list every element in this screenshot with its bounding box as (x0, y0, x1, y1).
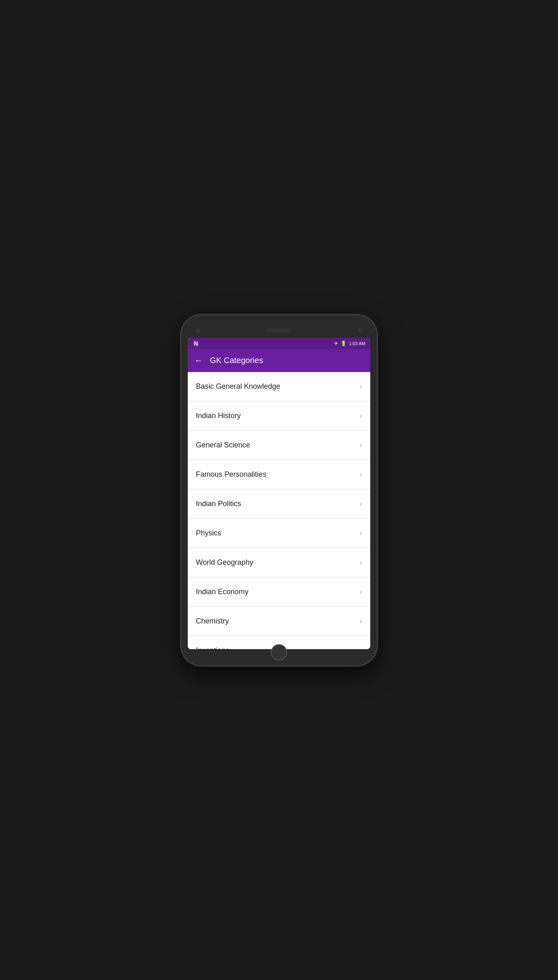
battery-icon: 🔋 (341, 341, 347, 346)
category-label-chemistry: Chemistry (196, 617, 229, 625)
category-label-inventions: Inventions (196, 646, 229, 649)
category-label-physics: Physics (196, 529, 221, 537)
chevron-icon-indian-history: › (360, 412, 362, 420)
status-time: 1:03 AM (349, 341, 365, 346)
airplane-icon: ✈ (334, 341, 338, 346)
category-label-famous-personalities: Famous Personalities (196, 470, 266, 479)
category-label-general-science: General Science (196, 441, 250, 449)
speaker (267, 328, 291, 333)
category-label-indian-politics: Indian Politics (196, 500, 241, 508)
chevron-icon-basic-gk: › (360, 382, 362, 391)
chevron-icon-famous-personalities: › (360, 470, 362, 479)
chevron-icon-world-geography: › (360, 558, 362, 567)
list-item-physics[interactable]: Physics› (188, 519, 370, 548)
chevron-icon-inventions: › (360, 646, 362, 649)
chevron-icon-indian-politics: › (360, 500, 362, 508)
chevron-icon-indian-economy: › (360, 588, 362, 596)
category-label-indian-economy: Indian Economy (196, 588, 248, 596)
status-right: ✈ 🔋 1:03 AM (334, 341, 365, 346)
front-camera (196, 328, 200, 333)
list-item-chemistry[interactable]: Chemistry› (188, 607, 370, 636)
list-item-basic-gk[interactable]: Basic General Knowledge› (188, 372, 370, 401)
list-item-general-science[interactable]: General Science› (188, 431, 370, 460)
list-item-indian-economy[interactable]: Indian Economy› (188, 577, 370, 607)
list-item-famous-personalities[interactable]: Famous Personalities› (188, 460, 370, 489)
list-item-indian-politics[interactable]: Indian Politics› (188, 489, 370, 519)
category-label-basic-gk: Basic General Knowledge (196, 382, 280, 391)
home-button[interactable] (271, 644, 287, 661)
category-label-world-geography: World Geography (196, 558, 253, 567)
chevron-icon-physics: › (360, 529, 362, 537)
chevron-icon-general-science: › (360, 441, 362, 449)
phone-top-bar (188, 323, 370, 338)
app-title: GK Categories (210, 356, 263, 365)
app-bar: ← GK Categories (188, 349, 370, 372)
list-item-indian-history[interactable]: Indian History› (188, 401, 370, 431)
status-bar: N ✈ 🔋 1:03 AM (188, 338, 370, 349)
back-button[interactable]: ← (194, 355, 203, 366)
phone-frame: N ✈ 🔋 1:03 AM ← GK Categories Basic Gene… (181, 315, 377, 665)
category-list: Basic General Knowledge›Indian History›G… (188, 372, 370, 649)
app-logo: N (193, 340, 199, 347)
category-label-indian-history: Indian History (196, 412, 241, 420)
chevron-icon-chemistry: › (360, 617, 362, 625)
phone-screen: N ✈ 🔋 1:03 AM ← GK Categories Basic Gene… (188, 338, 370, 649)
list-item-world-geography[interactable]: World Geography› (188, 548, 370, 577)
sensor (358, 328, 362, 333)
status-left: N (193, 340, 199, 347)
